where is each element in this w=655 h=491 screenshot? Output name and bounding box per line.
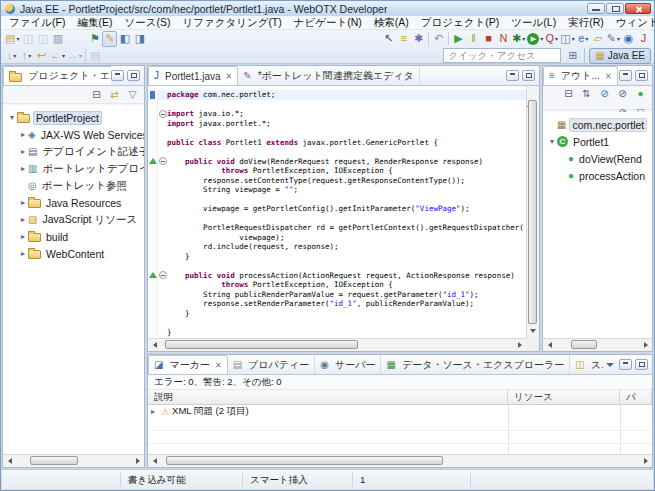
code-line[interactable]: viewpage = getPortletConfig().getInitPar… <box>148 204 526 214</box>
code-line[interactable]: rd.include(request, response); <box>148 242 526 252</box>
highlight-toggle-button[interactable]: ✎ <box>102 31 117 47</box>
column-path[interactable]: パス <box>620 390 652 404</box>
previous-annotation-button[interactable]: ↑▾ <box>19 48 34 64</box>
tree-item-portlet-deployment[interactable]: ▸▥ポートレットデプロイメント <box>3 160 144 177</box>
code-line[interactable]: public class Portlet1 extends javax.port… <box>148 138 526 148</box>
hide-fields-button[interactable]: ⊘ <box>597 86 612 102</box>
scroll-right-icon[interactable] <box>639 339 652 351</box>
outline-hscrollbar[interactable] <box>543 338 652 351</box>
mark-occurrences-button[interactable]: ≡ <box>396 31 411 47</box>
scroll-right-icon[interactable] <box>131 455 144 467</box>
quick-access-input[interactable] <box>443 48 561 63</box>
collapse-fold-icon[interactable] <box>159 110 167 118</box>
new-wizard-dropdown-button[interactable]: ◫▾ <box>559 31 575 47</box>
view-menu-button[interactable] <box>603 359 616 370</box>
code-line[interactable]: public void doView(RenderRequest request… <box>148 157 526 167</box>
print-button[interactable]: ▥ <box>50 31 65 47</box>
expander-icon[interactable]: ▸ <box>18 232 28 241</box>
menu-edit[interactable]: 編集(E) <box>71 16 118 30</box>
sort-button[interactable]: ⇅ <box>579 86 594 102</box>
tab-data-source-explorer[interactable]: ▦データ・ソース・エクスプローラー <box>381 355 570 374</box>
tab-outline[interactable]: ≡アウト...✕ <box>543 66 618 85</box>
close-button[interactable] <box>625 3 651 14</box>
menu-file[interactable]: ファイル(F) <box>3 16 71 30</box>
expander-icon[interactable]: ▸ <box>18 249 28 258</box>
view-menu-button[interactable]: ▽ <box>125 87 140 103</box>
code-line[interactable]: String viewpage = ""; <box>148 185 526 195</box>
code-editor[interactable]: package com.nec.portlet;import java.io.*… <box>148 86 526 338</box>
java-duke-button[interactable]: J <box>636 31 651 47</box>
expander-icon[interactable]: ▸ <box>148 407 158 416</box>
editor-hscrollbar[interactable] <box>148 338 526 351</box>
open-perspective-button[interactable]: ⊞ <box>565 48 580 64</box>
maximize-view-button[interactable] <box>635 70 648 81</box>
next-annotation-button[interactable]: ↓▾ <box>4 48 19 64</box>
menu-tools[interactable]: ツール(L) <box>505 16 562 30</box>
project-explorer-hscrollbar[interactable] <box>3 454 144 467</box>
tree-item-build[interactable]: ▸build <box>3 228 144 245</box>
scrollbar-thumb[interactable] <box>528 100 537 324</box>
save-all-button[interactable]: ◫ <box>35 31 50 47</box>
expander-icon[interactable]: ▸ <box>18 130 28 139</box>
scroll-left-icon[interactable] <box>543 339 556 351</box>
markers-hscrollbar[interactable] <box>148 454 652 467</box>
code-line[interactable]: String publicRenderParamValue = request.… <box>148 290 526 300</box>
scroll-left-icon[interactable] <box>148 455 161 467</box>
code-line[interactable] <box>148 100 526 110</box>
web-browser-button[interactable]: ◉ <box>621 31 636 47</box>
expander-icon[interactable]: ▸ <box>18 198 28 207</box>
internet-explorer-button[interactable]: e▾ <box>576 31 591 47</box>
collapse-all-button[interactable]: ⊟ <box>89 87 104 103</box>
editor-vscrollbar[interactable] <box>526 86 539 338</box>
close-icon[interactable]: ✕ <box>605 72 612 81</box>
new-button[interactable]: ▤▾ <box>4 31 20 47</box>
column-description[interactable]: 説明 <box>148 390 508 404</box>
maximize-view-button[interactable] <box>127 70 140 81</box>
outline-item-package[interactable]: ▦com.nec.portlet <box>543 116 652 133</box>
maximize-view-button[interactable] <box>635 359 648 370</box>
undo-button[interactable]: ↶ <box>431 31 446 47</box>
external-tools-button[interactable]: ✱ <box>411 31 426 47</box>
toggle-flag-button[interactable]: ⚑ <box>87 31 102 47</box>
menu-navigate[interactable]: ナビゲート(N) <box>288 16 368 30</box>
title-bar[interactable]: Java EE - PortletProject/src/com/nec/por… <box>1 1 654 16</box>
minimize-view-button[interactable] <box>619 70 632 81</box>
close-icon[interactable]: ✕ <box>215 361 222 370</box>
code-line[interactable]: } <box>148 328 526 338</box>
tab-snippets[interactable]: ◫スニペット <box>570 355 603 374</box>
outline-item-doview[interactable]: ●doView(Rend <box>543 150 652 167</box>
code-line[interactable]: import java.io.*; <box>148 109 526 119</box>
tree-item-portletproject[interactable]: ▾PortletProject <box>3 109 144 126</box>
collapse-all-button[interactable]: ⊟ <box>561 86 576 102</box>
code-line[interactable]: public void processAction(ActionRequest … <box>148 271 526 281</box>
menu-search[interactable]: 検索(A) <box>368 16 415 30</box>
code-line[interactable]: import javax.portlet.*; <box>148 119 526 129</box>
code-line[interactable] <box>148 195 526 205</box>
column-resource[interactable]: リソース <box>508 390 620 404</box>
code-line[interactable] <box>148 214 526 224</box>
code-line[interactable] <box>148 128 526 138</box>
tab-properties[interactable]: ▤プロパティー <box>228 355 316 374</box>
tree-item-portlet-reference[interactable]: ◎ポートレット参照 <box>3 177 144 194</box>
profile-button[interactable]: Q▾ <box>544 31 559 47</box>
minimize-view-button[interactable] <box>619 359 632 370</box>
scroll-right-icon[interactable] <box>639 455 652 467</box>
run-button[interactable]: ▶▾ <box>526 31 544 47</box>
maximize-editor-button[interactable] <box>522 70 535 81</box>
code-line[interactable]: viewpage); <box>148 233 526 243</box>
hide-non-public-button[interactable]: ● <box>633 86 648 102</box>
resume-button[interactable]: ▶ <box>451 31 466 47</box>
collapse-fold-icon[interactable] <box>159 157 167 165</box>
pin-editor-button[interactable]: ▤ <box>88 48 103 64</box>
code-line[interactable]: package com.nec.portlet; <box>148 90 526 100</box>
expander-icon[interactable]: ▾ <box>547 137 557 146</box>
code-line[interactable]: } <box>148 252 526 262</box>
terminate-button[interactable]: ■ <box>481 31 496 47</box>
scroll-left-icon[interactable] <box>148 339 161 351</box>
last-edit-location-button[interactable]: ↩ <box>34 48 49 64</box>
code-line[interactable]: response.setContentType(request.getRespo… <box>148 176 526 186</box>
code-line[interactable]: throws PortletException, IOException { <box>148 166 526 176</box>
minimize-view-button[interactable] <box>111 70 124 81</box>
hide-static-members-button[interactable]: ⊘ <box>615 86 630 102</box>
collapse-fold-icon[interactable] <box>159 271 167 279</box>
